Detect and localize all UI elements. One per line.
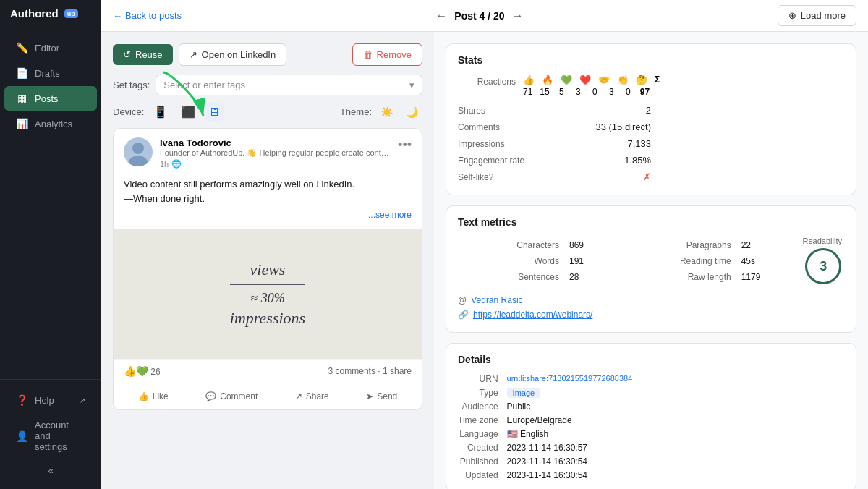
sidebar-item-label: Drafts	[35, 68, 60, 79]
mention-icon: @	[458, 295, 467, 305]
engagement-label: Engagement rate	[458, 156, 524, 166]
share-action[interactable]: ↗ Share	[288, 388, 336, 405]
audience-label: Audience	[458, 401, 498, 412]
spacer3	[651, 136, 844, 151]
timezone-label: Time zone	[458, 415, 498, 425]
posts-icon: ▦	[16, 93, 27, 104]
language-label: Language	[458, 429, 498, 439]
tags-input[interactable]: Select or enter tags ▾	[156, 75, 422, 95]
comments-label: Comments	[458, 122, 500, 132]
reaction-fire-icon: 🔥	[542, 75, 553, 85]
mention-link[interactable]: Vedran Rasic	[471, 295, 522, 305]
stats-card: Stats Reactions 👍 🔥 💚 ❤️ 🤝 👏 🤔 Σ	[446, 43, 856, 195]
reuse-button[interactable]: ↺ Reuse	[113, 44, 173, 65]
metrics-row-2: Words 191 Reading time 45s	[459, 254, 794, 268]
account-icon: 👤	[16, 430, 27, 442]
tags-label: Set tags:	[113, 80, 150, 90]
tags-placeholder: Select or enter tags	[163, 80, 245, 90]
post-menu-icon[interactable]: •••	[398, 137, 412, 153]
back-to-posts-link[interactable]: ← Back to posts	[113, 10, 182, 21]
see-more-link[interactable]: ...see more	[124, 208, 412, 221]
published-value: 2023-11-14 16:30:54	[507, 456, 844, 467]
desktop-device-icon[interactable]: 🖥	[205, 103, 224, 121]
mobile-device-icon[interactable]: 📱	[150, 103, 171, 121]
reaction-numbers-row: 71 15 5 3 0 3 0 97	[523, 87, 660, 97]
reaction-like-icon: 👍	[523, 75, 535, 85]
author-info: Ivana Todorovic Founder of AuthoredUp. 👋…	[160, 137, 391, 169]
load-more-button[interactable]: ⊕ Load more	[778, 5, 856, 26]
paragraphs-value: 22	[737, 238, 794, 252]
post-body: Video content still performs amazingly w…	[114, 173, 422, 229]
words-label: Words	[459, 254, 563, 268]
audience-value: Public	[507, 401, 844, 412]
characters-value: 869	[565, 238, 612, 252]
text-metrics-title: Text metrics	[458, 216, 844, 228]
trash-icon: 🗑	[363, 49, 373, 60]
reaction-curious-icon: 🤔	[636, 75, 647, 85]
spacer	[651, 103, 844, 118]
send-action[interactable]: ➤ Send	[359, 388, 404, 405]
like-action[interactable]: 👍 Like	[131, 388, 176, 405]
reaction-num-4: 3	[574, 87, 583, 97]
comments-value: 33 (15 direct)	[595, 122, 651, 132]
sentences-value: 28	[565, 270, 612, 284]
details-title: Details	[458, 354, 844, 365]
sidebar-item-editor[interactable]: ✏️ Editor	[4, 35, 97, 60]
urn-label: URN	[458, 374, 498, 384]
sidebar-item-analytics[interactable]: 📊 Analytics	[4, 111, 97, 136]
previous-post-button[interactable]: ←	[435, 9, 447, 22]
reaction-heart-icon: ❤️	[579, 75, 591, 85]
sidebar-bottom: ❓ Help ↗ 👤 Account and settings «	[0, 379, 101, 489]
published-label: Published	[458, 456, 498, 467]
dark-theme-icon[interactable]: 🌙	[401, 104, 422, 120]
sidebar-item-label: Editor	[35, 43, 59, 54]
author-bio: Founder of AuthoredUp. 👋 Helping regular…	[160, 148, 391, 158]
sentences-label: Sentences	[459, 270, 563, 284]
right-panel: Stats Reactions 👍 🔥 💚 ❤️ 🤝 👏 🤔 Σ	[434, 32, 868, 489]
sidebar-collapse-button[interactable]: «	[0, 459, 101, 482]
next-post-button[interactable]: →	[512, 9, 524, 22]
logo-badge: up	[64, 9, 78, 18]
editor-icon: ✏️	[16, 42, 27, 54]
light-theme-icon[interactable]: ☀️	[376, 104, 397, 120]
collapse-icon: «	[48, 465, 53, 476]
remove-button[interactable]: 🗑 Remove	[352, 43, 422, 66]
sidebar-nav: ✏️ Editor 📄 Drafts ▦ Posts 📊 Analytics	[0, 27, 101, 379]
reuse-icon: ↺	[123, 49, 131, 60]
stats-grid: Shares 2 Comments 33 (15 direct) Impress…	[458, 103, 844, 184]
open-linkedin-button[interactable]: ↗ Open on LinkedIn	[179, 43, 287, 66]
paragraphs-label: Paragraphs	[613, 238, 735, 252]
reaction-num-5: 0	[590, 87, 600, 97]
tablet-device-icon[interactable]: ⬛	[177, 103, 199, 121]
logo-text: Authored	[10, 7, 59, 20]
author-name: Ivana Todorovic	[160, 137, 391, 148]
url-link[interactable]: https://leaddelta.com/webinars/	[473, 310, 592, 320]
image-text-percent: ≈ 30%	[230, 291, 305, 306]
spacer4	[651, 153, 844, 168]
urn-value[interactable]: urn:li:share:7130215519772688384	[507, 374, 844, 384]
external-link-icon: ↗	[80, 396, 85, 404]
device-theme-row: Device: 📱 ⬛ 🖥 Theme: ☀️ 🌙	[113, 103, 422, 121]
shares-value: 2	[646, 105, 651, 116]
reactions-count: 👍💚 26	[124, 365, 161, 377]
mention-row: @ Vedran Rasic	[458, 293, 844, 307]
updated-value: 2023-11-14 16:30:54	[507, 470, 844, 480]
analytics-icon: 📊	[16, 118, 27, 129]
sidebar-item-account[interactable]: 👤 Account and settings	[4, 413, 97, 459]
image-text-views: views	[230, 260, 305, 285]
raw-length-label: Raw length	[613, 270, 735, 284]
sidebar-item-help[interactable]: ❓ Help ↗	[4, 388, 97, 412]
comment-action[interactable]: 💬 Comment	[198, 388, 265, 405]
reaction-clap-icon: 👏	[617, 75, 629, 85]
link-icon: 🔗	[458, 310, 469, 320]
post-panel: ↺ Reuse ↗ Open on LinkedIn 🗑 Remove	[101, 32, 434, 489]
impressions-row: Impressions 7,133	[458, 136, 651, 151]
readability-label: Readability:	[803, 237, 844, 245]
selflike-row: Self-like? ✗	[458, 169, 651, 184]
sidebar-item-drafts[interactable]: 📄 Drafts	[4, 61, 97, 85]
details-card: Details URN urn:li:share:713021551977268…	[446, 343, 856, 489]
reaction-total-num: 97	[640, 87, 650, 97]
sidebar-item-posts[interactable]: ▦ Posts	[4, 86, 97, 111]
reaction-num-7: 0	[624, 87, 633, 97]
theme-label: Theme:	[340, 106, 372, 117]
